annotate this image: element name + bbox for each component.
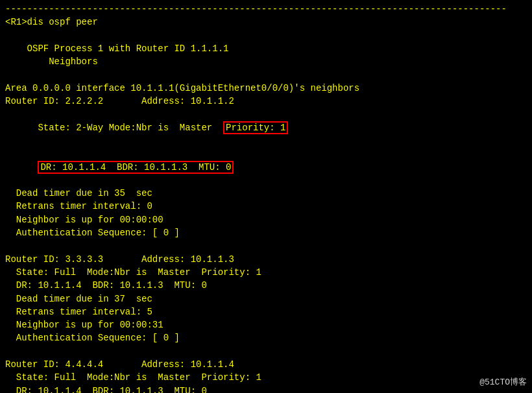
separator-line: ----------------------------------------… — [5, 3, 527, 16]
neighbor-1-dead-timer: Dead timer due in 35 sec — [5, 187, 527, 200]
neighbors-header: Neighbors — [5, 55, 527, 68]
neighbor-3-dr: DR: 10.1.1.4 BDR: 10.1.1.3 MTU: 0 — [5, 385, 527, 393]
neighbor-1-state-text: State: 2-Way Mode:Nbr is Master — [27, 123, 223, 133]
neighbor-1-dr: DR: 10.1.1.4 BDR: 10.1.1.3 MTU: 0 — [5, 147, 527, 187]
watermark: @51CTO博客 — [479, 376, 527, 388]
terminal-window: ----------------------------------------… — [0, 0, 532, 393]
neighbor-2-dead-timer: Dead timer due in 37 sec — [5, 292, 527, 305]
neighbor-1-retrans: Retrans timer interval: 0 — [5, 200, 527, 213]
blank-2 — [5, 68, 527, 81]
neighbor-1-auth: Authentication Sequence: [ 0 ] — [5, 226, 527, 239]
neighbor-2-state: State: Full Mode:Nbr is Master Priority:… — [5, 266, 527, 279]
neighbor-1-dr-highlight: DR: 10.1.1.4 BDR: 10.1.1.3 MTU: 0 — [38, 161, 234, 174]
neighbor-2-dr: DR: 10.1.1.4 BDR: 10.1.1.3 MTU: 0 — [5, 279, 527, 292]
neighbor-2-auth: Authentication Sequence: [ 0 ] — [5, 331, 527, 344]
area-line: Area 0.0.0.0 interface 10.1.1.1(GigabitE… — [5, 82, 527, 95]
neighbor-2-retrans: Retrans timer interval: 5 — [5, 305, 527, 318]
neighbor-2-up: Neighbor is up for 00:00:31 — [5, 318, 527, 331]
blank-3 — [5, 239, 527, 252]
dr-box-spacer — [27, 162, 38, 173]
neighbor-1-state: State: 2-Way Mode:Nbr is Master Priority… — [5, 108, 527, 147]
neighbor-1-up: Neighbor is up for 00:00:00 — [5, 213, 527, 226]
neighbor-3-router-id: Router ID: 4.4.4.4 Address: 10.1.1.4 — [5, 358, 527, 371]
process-line: OSPF Process 1 with Router ID 1.1.1.1 — [5, 42, 527, 55]
neighbor-1-priority-highlight: Priority: 1 — [223, 121, 288, 134]
blank-1 — [5, 29, 527, 42]
neighbor-1-router-id: Router ID: 2.2.2.2 Address: 10.1.1.2 — [5, 95, 527, 108]
blank-4 — [5, 345, 527, 358]
prompt-line: <R1>dis ospf peer — [5, 16, 527, 29]
neighbor-3-state: State: Full Mode:Nbr is Master Priority:… — [5, 371, 527, 384]
neighbor-2-router-id: Router ID: 3.3.3.3 Address: 10.1.1.3 — [5, 253, 527, 266]
